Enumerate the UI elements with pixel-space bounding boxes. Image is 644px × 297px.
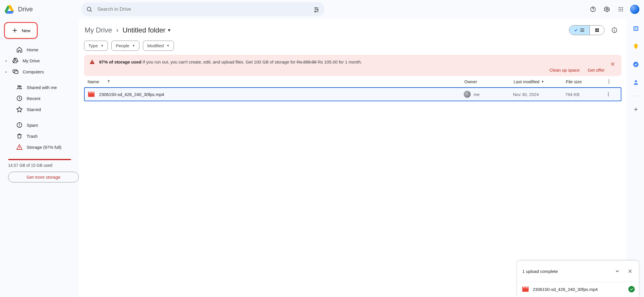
svg-point-3	[87, 7, 91, 11]
svg-rect-63	[635, 48, 636, 49]
main-panel: My Drive › Untitled folder ▼	[79, 19, 627, 297]
sidebar-item-computers[interactable]: ▸ Computers	[3, 66, 79, 77]
help-icon[interactable]	[587, 3, 599, 16]
svg-point-15	[620, 7, 621, 8]
svg-point-21	[620, 10, 621, 11]
svg-point-12	[593, 10, 593, 11]
chevron-down-icon: ▼	[132, 44, 135, 47]
filter-chips: Type▼ People▼ Modified▼	[84, 41, 621, 55]
new-button-label: New	[22, 28, 30, 33]
sidebar-item-recent[interactable]: Recent	[3, 93, 79, 104]
svg-point-14	[619, 7, 620, 8]
sidebar-item-shared[interactable]: Shared with me	[3, 82, 79, 93]
col-size[interactable]: File size	[566, 79, 606, 84]
sidebar-item-storage[interactable]: Storage (97% full)	[3, 142, 79, 153]
col-owner[interactable]: Owner	[464, 79, 514, 84]
add-panel-icon[interactable]	[630, 103, 642, 116]
gear-icon[interactable]	[601, 3, 613, 16]
sidebar: New Home ▸ My Drive ▸	[0, 19, 79, 297]
breadcrumb-parent[interactable]: My Drive	[85, 26, 112, 34]
sidebar-item-home[interactable]: Home	[3, 44, 79, 55]
storage-bar	[8, 159, 73, 160]
svg-rect-49	[92, 61, 92, 63]
filter-type[interactable]: Type▼	[84, 41, 108, 51]
sidebar-item-starred[interactable]: Starred	[3, 104, 79, 115]
search-input[interactable]	[96, 6, 310, 12]
account-avatar[interactable]	[630, 5, 639, 14]
col-name[interactable]: Name	[88, 79, 99, 84]
svg-rect-41	[580, 31, 584, 32]
sort-arrow-up-icon[interactable]	[107, 79, 111, 84]
calendar-icon[interactable]: 31	[630, 22, 642, 35]
sidebar-item-trash[interactable]: Trash	[3, 131, 79, 142]
close-icon[interactable]	[606, 58, 619, 70]
search-options-icon[interactable]	[310, 3, 323, 16]
svg-rect-29	[14, 71, 18, 73]
svg-point-54	[609, 79, 610, 80]
file-modified: Nov 30, 2024	[513, 92, 565, 97]
file-row[interactable]: 2306150-sd_426_240_30fps.mp4 me Nov 30, …	[84, 87, 621, 101]
svg-rect-39	[580, 29, 584, 29]
col-modified[interactable]: Last modified	[514, 79, 539, 84]
banner-price-now: Rs 105.00 for 1 month.	[318, 59, 362, 64]
chevron-down-icon: ▼	[541, 80, 544, 83]
apps-grid-icon[interactable]	[614, 3, 627, 16]
svg-point-59	[608, 95, 609, 96]
drive-logo-icon	[3, 3, 15, 15]
file-size: 794 KB	[565, 92, 606, 97]
info-icon[interactable]	[608, 24, 621, 37]
toast-close-icon[interactable]	[624, 265, 636, 278]
svg-rect-44	[595, 30, 597, 32]
logo-block: Drive	[3, 3, 79, 15]
toast-file-name: 2306150-sd_426_240_30fps.mp4	[533, 287, 598, 292]
clock-icon	[16, 95, 23, 102]
contacts-icon[interactable]	[630, 76, 642, 89]
offer-link[interactable]: Get offer	[588, 68, 605, 73]
spam-icon	[16, 122, 23, 128]
owner-avatar	[464, 91, 471, 98]
new-button[interactable]: New	[4, 22, 38, 39]
svg-point-17	[619, 9, 620, 10]
rail-divider	[632, 96, 639, 96]
sidebar-item-spam[interactable]: Spam	[3, 119, 79, 131]
trash-icon	[16, 133, 23, 139]
list-view-button[interactable]	[569, 26, 590, 35]
video-file-icon	[88, 92, 94, 97]
svg-rect-42	[595, 28, 597, 30]
filter-people[interactable]: People▼	[111, 41, 139, 51]
sidebar-item-mydrive[interactable]: ▸ My Drive	[3, 55, 79, 66]
keep-icon[interactable]	[630, 40, 642, 53]
search-icon[interactable]	[83, 3, 96, 16]
drive-folder-icon	[12, 57, 19, 64]
svg-point-30	[18, 86, 20, 87]
svg-text:31: 31	[635, 28, 637, 30]
expand-icon[interactable]: ▸	[4, 70, 8, 73]
app-name: Drive	[18, 6, 33, 13]
row-more-icon[interactable]	[606, 92, 617, 97]
toast-collapse-icon[interactable]	[611, 265, 624, 278]
search-bar[interactable]	[81, 2, 325, 16]
svg-point-57	[608, 92, 609, 93]
upload-toast: 1 upload complete 2306150-sd_426_240_30f…	[517, 261, 639, 297]
svg-point-10	[315, 11, 316, 12]
grid-view-button[interactable]	[590, 26, 604, 35]
toast-file-row[interactable]: 2306150-sd_426_240_30fps.mp4	[517, 282, 639, 297]
svg-point-55	[609, 81, 610, 82]
svg-point-13	[606, 8, 608, 10]
svg-point-31	[20, 86, 21, 87]
more-icon[interactable]	[606, 79, 618, 84]
computers-icon	[12, 68, 19, 75]
tasks-icon[interactable]	[630, 58, 642, 71]
app-header: Drive	[0, 0, 644, 19]
banner-title: 97% of storage used	[99, 59, 141, 64]
svg-point-18	[620, 9, 621, 10]
svg-point-58	[608, 94, 609, 95]
breadcrumbs: My Drive › Untitled folder ▼	[85, 26, 171, 34]
svg-marker-26	[13, 58, 15, 63]
filter-modified[interactable]: Modified▼	[143, 41, 174, 51]
cleanup-link[interactable]: Clean up space	[550, 68, 580, 73]
chevron-down-icon: ▼	[167, 44, 170, 47]
expand-icon[interactable]: ▸	[4, 59, 8, 62]
breadcrumb-current[interactable]: Untitled folder ▼	[123, 26, 171, 34]
get-storage-button[interactable]: Get more storage	[8, 172, 79, 182]
